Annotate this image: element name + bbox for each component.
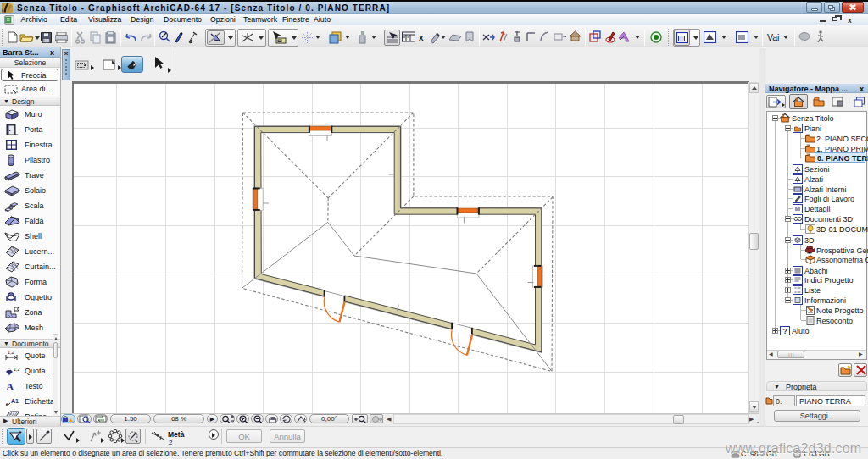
svg-text:1,2: 1,2 bbox=[8, 350, 14, 355]
svg-text:A: A bbox=[6, 380, 14, 392]
svg-text:?: ? bbox=[783, 327, 788, 335]
svg-text:1,2: 1,2 bbox=[14, 367, 20, 372]
svg-text:A1: A1 bbox=[11, 398, 19, 404]
